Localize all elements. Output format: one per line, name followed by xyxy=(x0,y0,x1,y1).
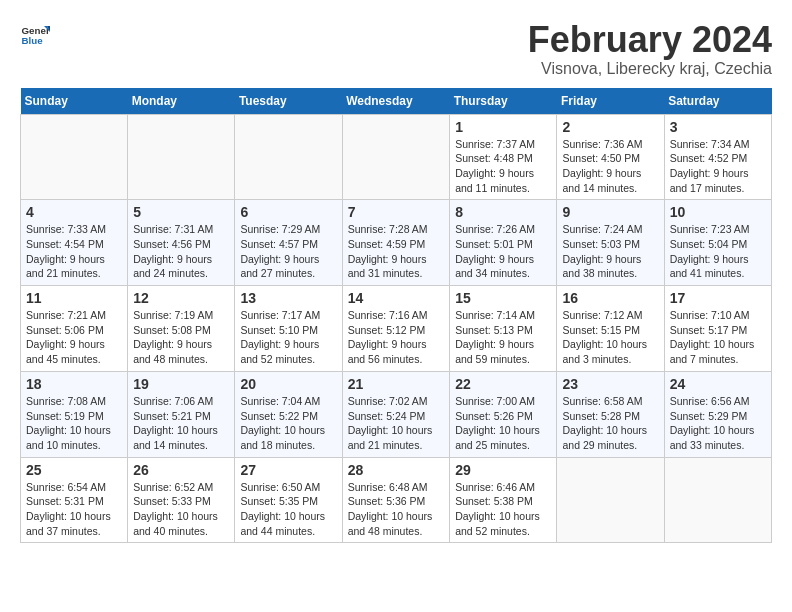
day-number: 2 xyxy=(562,119,658,135)
day-info: Sunrise: 7:17 AM Sunset: 5:10 PM Dayligh… xyxy=(240,308,336,367)
day-number: 12 xyxy=(133,290,229,306)
day-info: Sunrise: 7:10 AM Sunset: 5:17 PM Dayligh… xyxy=(670,308,766,367)
day-info: Sunrise: 6:52 AM Sunset: 5:33 PM Dayligh… xyxy=(133,480,229,539)
calendar-day-cell: 22Sunrise: 7:00 AM Sunset: 5:26 PM Dayli… xyxy=(450,371,557,457)
location-subtitle: Visnova, Liberecky kraj, Czechia xyxy=(528,60,772,78)
calendar-day-cell: 1Sunrise: 7:37 AM Sunset: 4:48 PM Daylig… xyxy=(450,114,557,200)
calendar-day-cell: 21Sunrise: 7:02 AM Sunset: 5:24 PM Dayli… xyxy=(342,371,450,457)
day-number: 13 xyxy=(240,290,336,306)
calendar-day-cell: 12Sunrise: 7:19 AM Sunset: 5:08 PM Dayli… xyxy=(128,286,235,372)
calendar-day-cell: 13Sunrise: 7:17 AM Sunset: 5:10 PM Dayli… xyxy=(235,286,342,372)
calendar-day-cell: 10Sunrise: 7:23 AM Sunset: 5:04 PM Dayli… xyxy=(664,200,771,286)
calendar-day-cell: 16Sunrise: 7:12 AM Sunset: 5:15 PM Dayli… xyxy=(557,286,664,372)
calendar-day-cell: 3Sunrise: 7:34 AM Sunset: 4:52 PM Daylig… xyxy=(664,114,771,200)
day-info: Sunrise: 7:14 AM Sunset: 5:13 PM Dayligh… xyxy=(455,308,551,367)
day-of-week-header: Wednesday xyxy=(342,88,450,115)
calendar-week-row: 1Sunrise: 7:37 AM Sunset: 4:48 PM Daylig… xyxy=(21,114,772,200)
calendar-day-cell: 19Sunrise: 7:06 AM Sunset: 5:21 PM Dayli… xyxy=(128,371,235,457)
day-of-week-header: Saturday xyxy=(664,88,771,115)
day-info: Sunrise: 6:48 AM Sunset: 5:36 PM Dayligh… xyxy=(348,480,445,539)
day-number: 28 xyxy=(348,462,445,478)
day-number: 5 xyxy=(133,204,229,220)
day-number: 14 xyxy=(348,290,445,306)
calendar-day-cell: 24Sunrise: 6:56 AM Sunset: 5:29 PM Dayli… xyxy=(664,371,771,457)
calendar-day-cell: 29Sunrise: 6:46 AM Sunset: 5:38 PM Dayli… xyxy=(450,457,557,543)
day-info: Sunrise: 7:29 AM Sunset: 4:57 PM Dayligh… xyxy=(240,222,336,281)
day-info: Sunrise: 7:02 AM Sunset: 5:24 PM Dayligh… xyxy=(348,394,445,453)
day-number: 3 xyxy=(670,119,766,135)
svg-text:Blue: Blue xyxy=(22,35,44,46)
calendar-day-cell xyxy=(342,114,450,200)
day-info: Sunrise: 7:31 AM Sunset: 4:56 PM Dayligh… xyxy=(133,222,229,281)
day-info: Sunrise: 7:21 AM Sunset: 5:06 PM Dayligh… xyxy=(26,308,122,367)
day-number: 16 xyxy=(562,290,658,306)
calendar-day-cell xyxy=(557,457,664,543)
day-info: Sunrise: 7:23 AM Sunset: 5:04 PM Dayligh… xyxy=(670,222,766,281)
day-info: Sunrise: 7:36 AM Sunset: 4:50 PM Dayligh… xyxy=(562,137,658,196)
day-of-week-header: Sunday xyxy=(21,88,128,115)
day-of-week-header: Tuesday xyxy=(235,88,342,115)
day-info: Sunrise: 7:33 AM Sunset: 4:54 PM Dayligh… xyxy=(26,222,122,281)
calendar-day-cell: 18Sunrise: 7:08 AM Sunset: 5:19 PM Dayli… xyxy=(21,371,128,457)
day-number: 26 xyxy=(133,462,229,478)
day-number: 22 xyxy=(455,376,551,392)
day-number: 11 xyxy=(26,290,122,306)
month-year-title: February 2024 xyxy=(528,20,772,60)
day-info: Sunrise: 7:24 AM Sunset: 5:03 PM Dayligh… xyxy=(562,222,658,281)
day-of-week-header: Thursday xyxy=(450,88,557,115)
day-number: 6 xyxy=(240,204,336,220)
page-header: General Blue February 2024 Visnova, Libe… xyxy=(20,20,772,78)
calendar-day-cell: 14Sunrise: 7:16 AM Sunset: 5:12 PM Dayli… xyxy=(342,286,450,372)
day-number: 17 xyxy=(670,290,766,306)
logo: General Blue xyxy=(20,20,50,50)
day-number: 10 xyxy=(670,204,766,220)
calendar-week-row: 4Sunrise: 7:33 AM Sunset: 4:54 PM Daylig… xyxy=(21,200,772,286)
day-info: Sunrise: 7:19 AM Sunset: 5:08 PM Dayligh… xyxy=(133,308,229,367)
day-info: Sunrise: 6:56 AM Sunset: 5:29 PM Dayligh… xyxy=(670,394,766,453)
calendar-week-row: 11Sunrise: 7:21 AM Sunset: 5:06 PM Dayli… xyxy=(21,286,772,372)
day-info: Sunrise: 7:34 AM Sunset: 4:52 PM Dayligh… xyxy=(670,137,766,196)
calendar-day-cell xyxy=(128,114,235,200)
day-info: Sunrise: 7:08 AM Sunset: 5:19 PM Dayligh… xyxy=(26,394,122,453)
day-info: Sunrise: 7:16 AM Sunset: 5:12 PM Dayligh… xyxy=(348,308,445,367)
day-number: 29 xyxy=(455,462,551,478)
day-of-week-header: Friday xyxy=(557,88,664,115)
day-info: Sunrise: 7:37 AM Sunset: 4:48 PM Dayligh… xyxy=(455,137,551,196)
calendar-day-cell: 20Sunrise: 7:04 AM Sunset: 5:22 PM Dayli… xyxy=(235,371,342,457)
day-info: Sunrise: 7:12 AM Sunset: 5:15 PM Dayligh… xyxy=(562,308,658,367)
calendar-header-row: SundayMondayTuesdayWednesdayThursdayFrid… xyxy=(21,88,772,115)
day-info: Sunrise: 7:00 AM Sunset: 5:26 PM Dayligh… xyxy=(455,394,551,453)
calendar-day-cell: 7Sunrise: 7:28 AM Sunset: 4:59 PM Daylig… xyxy=(342,200,450,286)
day-number: 21 xyxy=(348,376,445,392)
calendar-day-cell: 23Sunrise: 6:58 AM Sunset: 5:28 PM Dayli… xyxy=(557,371,664,457)
calendar-day-cell: 25Sunrise: 6:54 AM Sunset: 5:31 PM Dayli… xyxy=(21,457,128,543)
day-number: 7 xyxy=(348,204,445,220)
day-number: 15 xyxy=(455,290,551,306)
calendar-day-cell: 26Sunrise: 6:52 AM Sunset: 5:33 PM Dayli… xyxy=(128,457,235,543)
day-number: 27 xyxy=(240,462,336,478)
day-info: Sunrise: 6:58 AM Sunset: 5:28 PM Dayligh… xyxy=(562,394,658,453)
day-number: 25 xyxy=(26,462,122,478)
calendar-day-cell: 17Sunrise: 7:10 AM Sunset: 5:17 PM Dayli… xyxy=(664,286,771,372)
day-info: Sunrise: 7:06 AM Sunset: 5:21 PM Dayligh… xyxy=(133,394,229,453)
calendar-day-cell: 2Sunrise: 7:36 AM Sunset: 4:50 PM Daylig… xyxy=(557,114,664,200)
calendar-day-cell: 5Sunrise: 7:31 AM Sunset: 4:56 PM Daylig… xyxy=(128,200,235,286)
day-info: Sunrise: 6:54 AM Sunset: 5:31 PM Dayligh… xyxy=(26,480,122,539)
day-number: 18 xyxy=(26,376,122,392)
calendar-week-row: 18Sunrise: 7:08 AM Sunset: 5:19 PM Dayli… xyxy=(21,371,772,457)
calendar-day-cell: 8Sunrise: 7:26 AM Sunset: 5:01 PM Daylig… xyxy=(450,200,557,286)
calendar-day-cell xyxy=(664,457,771,543)
day-number: 19 xyxy=(133,376,229,392)
calendar-day-cell: 15Sunrise: 7:14 AM Sunset: 5:13 PM Dayli… xyxy=(450,286,557,372)
day-number: 23 xyxy=(562,376,658,392)
calendar-day-cell: 11Sunrise: 7:21 AM Sunset: 5:06 PM Dayli… xyxy=(21,286,128,372)
day-number: 9 xyxy=(562,204,658,220)
calendar-day-cell xyxy=(21,114,128,200)
day-info: Sunrise: 7:28 AM Sunset: 4:59 PM Dayligh… xyxy=(348,222,445,281)
calendar-day-cell xyxy=(235,114,342,200)
logo-icon: General Blue xyxy=(20,20,50,50)
calendar-table: SundayMondayTuesdayWednesdayThursdayFrid… xyxy=(20,88,772,544)
day-number: 8 xyxy=(455,204,551,220)
day-number: 20 xyxy=(240,376,336,392)
calendar-day-cell: 4Sunrise: 7:33 AM Sunset: 4:54 PM Daylig… xyxy=(21,200,128,286)
